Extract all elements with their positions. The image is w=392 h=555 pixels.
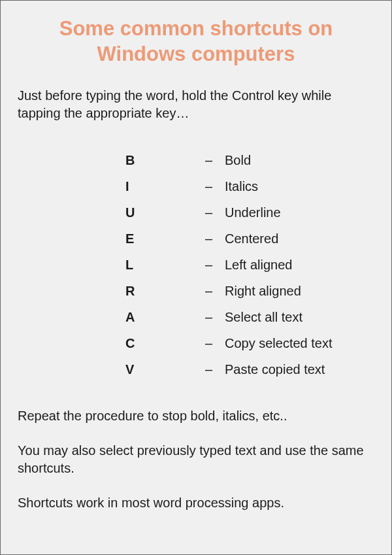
dash: – [205, 147, 225, 173]
shortcut-key: I [125, 173, 205, 199]
document-container: Some common shortcuts on Windows compute… [1, 1, 391, 545]
shortcut-desc: Right aligned [225, 278, 301, 304]
dash: – [205, 226, 225, 252]
shortcut-list: B – Bold I – Italics U – Underline E – C… [125, 147, 374, 382]
shortcut-key: L [125, 252, 205, 278]
shortcut-key: B [125, 147, 205, 173]
dash: – [205, 199, 225, 226]
shortcut-row: E – Centered [125, 226, 374, 252]
dash: – [205, 252, 225, 278]
shortcut-desc: Left aligned [225, 252, 292, 278]
dash: – [205, 330, 225, 356]
dash: – [205, 173, 225, 199]
shortcut-row: L – Left aligned [125, 252, 374, 278]
shortcut-desc: Underline [225, 199, 281, 226]
shortcut-key: A [125, 304, 205, 330]
shortcut-key: C [125, 330, 205, 356]
shortcut-desc: Centered [225, 226, 278, 252]
footer-text-2: You may also select previously typed tex… [18, 442, 374, 477]
shortcut-key: E [125, 226, 205, 252]
dash: – [205, 278, 225, 304]
shortcut-desc: Bold [225, 147, 251, 173]
shortcut-key: V [125, 356, 205, 382]
shortcut-row: A – Select all text [125, 304, 374, 330]
shortcut-row: R – Right aligned [125, 278, 374, 304]
shortcut-row: U – Underline [125, 199, 374, 226]
dash: – [205, 304, 225, 330]
shortcut-desc: Copy selected text [225, 330, 333, 356]
shortcut-desc: Select all text [225, 304, 302, 330]
shortcut-desc: Italics [225, 173, 258, 199]
shortcut-desc: Paste copied text [225, 356, 325, 382]
shortcut-row: C – Copy selected text [125, 330, 374, 356]
dash: – [205, 356, 225, 382]
footer-text-1: Repeat the procedure to stop bold, itali… [18, 407, 374, 425]
shortcut-key: U [125, 199, 205, 226]
intro-text: Just before typing the word, hold the Co… [18, 87, 374, 122]
footer-text-3: Shortcuts work in most word processing a… [18, 494, 374, 512]
shortcut-row: I – Italics [125, 173, 374, 199]
shortcut-row: V – Paste copied text [125, 356, 374, 382]
shortcut-key: R [125, 278, 205, 304]
shortcut-row: B – Bold [125, 147, 374, 173]
page-title: Some common shortcuts on Windows compute… [18, 16, 374, 67]
